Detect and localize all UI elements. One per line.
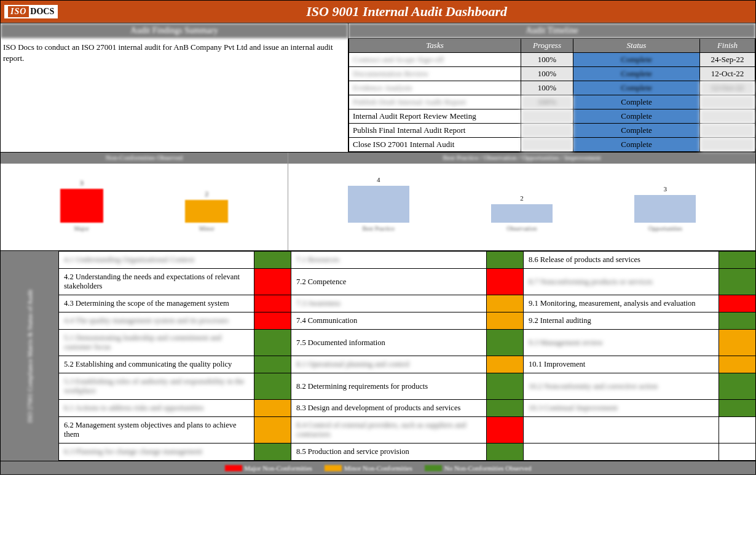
matrix-status-cell [487,444,524,461]
bar [491,204,553,223]
matrix-status-cell [719,252,756,269]
chart-nc-title: Non-Conformities Observed [1,153,288,164]
matrix-text-cell: 5.1 Demonstrating leadership and commitm… [59,330,254,356]
charts-row: Non-Conformities Observed 3Major2Minor B… [0,153,756,251]
matrix-status-cell [487,312,524,330]
legend-label: Major Non-Conformities [245,464,312,472]
task-cell: Close ISO 27001 Internal Audit [349,138,521,152]
bar-group: 2Observation [491,194,553,232]
col-progress: Progress [521,39,573,53]
matrix-text-cell: 10.2 Nonconformity and corrective action [524,373,719,400]
matrix-section: ISO 27001 Compliance Matrix & Status of … [0,251,756,461]
matrix-status-cell [254,417,291,444]
timeline-column: Audit Timeline Tasks Progress Status Fin… [348,23,755,152]
matrix-row: 4.4 The quality management system and it… [59,312,756,330]
bar-group: 4Best Practice [348,176,409,232]
timeline-heading: Audit Timeline [348,23,755,38]
matrix-status-cell [719,400,756,417]
matrix-text-cell: 10.1 Improvement [524,356,719,373]
bar-group: 3Major [60,179,103,232]
bar-category: Best Practice [362,225,394,232]
bar-category: Minor [199,225,215,232]
timeline-row: Close ISO 27001 Internal AuditComplete [349,138,755,152]
matrix-text-cell: 9.2 Internal auditing [524,312,719,330]
progress-cell: 100% [521,95,573,109]
matrix-status-cell [719,312,756,330]
chart-observations: Best Practice / Observation / Opportunit… [288,153,755,250]
finish-cell [700,109,755,124]
legend-label: Minor Non-Conformities [344,464,412,472]
legend-swatch [225,465,242,471]
matrix-status-cell [254,444,291,461]
matrix-status-cell [719,417,756,444]
timeline-row: Evidence Analysis100%Complete12-Oct-22 [349,81,755,95]
matrix-text-cell: 8.6 Release of products and services [524,252,719,269]
summary-column: Audit Findings Summary ISO Docs to condu… [1,23,348,152]
matrix-status-cell [254,330,291,356]
matrix-status-cell [254,295,291,312]
bar-value: 3 [664,185,667,193]
col-tasks: Tasks [349,39,521,53]
matrix-status-cell [254,252,291,269]
matrix-status-cell [254,312,291,330]
matrix-text-cell: 7.3 Awareness [291,295,487,312]
matrix-status-cell [487,417,524,444]
task-cell: Publish Final Internal Audit Report [349,124,521,138]
matrix-status-cell [487,269,524,295]
matrix-row: 5.1 Demonstrating leadership and commitm… [59,330,756,356]
matrix-text-cell: 9.1 Monitoring, measurement, analysis an… [524,295,719,312]
matrix-row: 5.2 Establishing and communicating the q… [59,356,756,373]
timeline-row: Publish Final Internal Audit ReportCompl… [349,124,755,138]
matrix-status-cell [719,269,756,295]
matrix-text-cell: 8.2 Determining requirements for product… [291,373,487,400]
matrix-text-cell: 8.7 Nonconforming products or services [524,269,719,295]
col-status: Status [573,39,700,53]
matrix-status-cell [719,373,756,400]
timeline-row: Contract and Scope Sign-off100%Complete2… [349,53,755,67]
matrix-status-cell [487,252,524,269]
timeline-row: Documentation Review100%Complete12-Oct-2… [349,67,755,81]
matrix-text-cell: 8.4 Control of external providers, such … [291,417,487,444]
matrix-status-cell [487,330,524,356]
timeline-table: Tasks Progress Status Finish Contract an… [348,38,755,152]
status-cell: Complete [573,81,700,95]
finish-cell [700,95,755,109]
matrix-text-cell: 7.2 Competence [291,269,487,295]
matrix-row: 6.3 Planning for change change managemen… [59,444,756,461]
matrix-side-label: ISO 27001 Compliance Matrix & Status of … [1,251,58,461]
status-cell: Complete [573,95,700,109]
matrix-row: 6.2 Management system objectives and pla… [59,417,756,444]
bar [185,200,228,223]
matrix-text-cell: 6.2 Management system objectives and pla… [59,417,254,444]
matrix-status-cell [487,400,524,417]
status-cell: Complete [573,53,700,67]
progress-cell [521,109,573,124]
bar [348,186,409,223]
bar-category: Observation [507,225,537,232]
task-cell: Evidence Analysis [349,81,521,95]
matrix-text-cell: 7.4 Communication [291,312,487,330]
legend-item: Minor Non-Conformities [325,464,412,472]
bar-category: Major [74,225,89,232]
status-cell: Complete [573,138,700,152]
status-cell: Complete [573,124,700,138]
finish-cell: 12-Oct-22 [700,67,755,81]
matrix-text-cell: 4.3 Determining the scope of the managem… [59,295,254,312]
status-cell: Complete [573,67,700,81]
matrix-text-cell: 4.2 Understanding the needs and expectat… [59,269,254,295]
progress-cell [521,124,573,138]
matrix-row: 5.3 Establishing roles of authority and … [59,373,756,400]
matrix-status-cell [487,356,524,373]
bar-value: 2 [520,194,524,202]
matrix-status-cell [719,444,756,461]
logo: ISO DOCS [4,5,58,18]
finish-cell [700,138,755,152]
matrix-status-cell [719,356,756,373]
bar-value: 4 [377,176,380,183]
progress-cell [521,138,573,152]
matrix-grid: 4.1 Understanding Organizational Context… [58,251,756,461]
task-cell: Contract and Scope Sign-off [349,53,521,67]
finish-cell [700,124,755,138]
bar [634,195,696,223]
matrix-text-cell: 9.3 Management review [524,330,719,356]
